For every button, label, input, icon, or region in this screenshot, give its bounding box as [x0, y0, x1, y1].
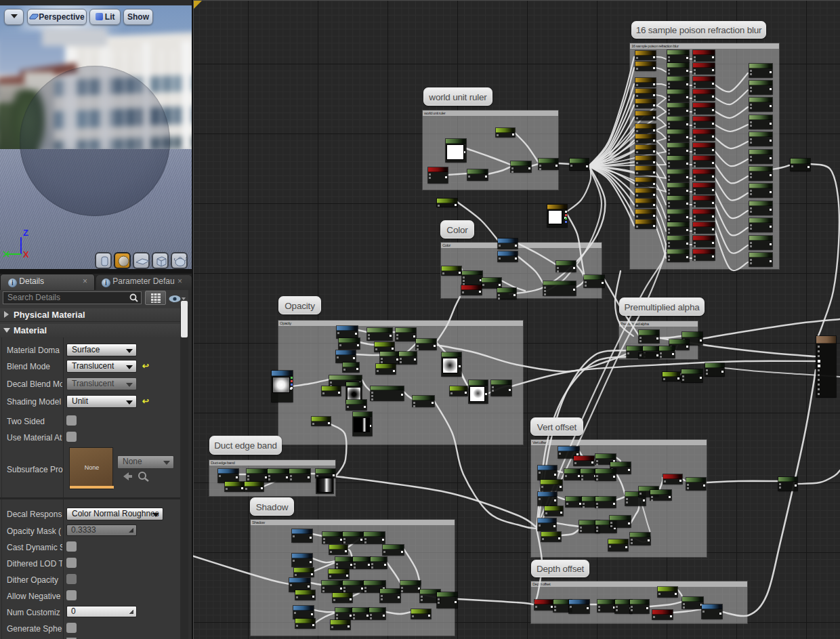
svg-text:Z: Z: [23, 228, 28, 238]
svg-text:X: X: [23, 249, 29, 260]
